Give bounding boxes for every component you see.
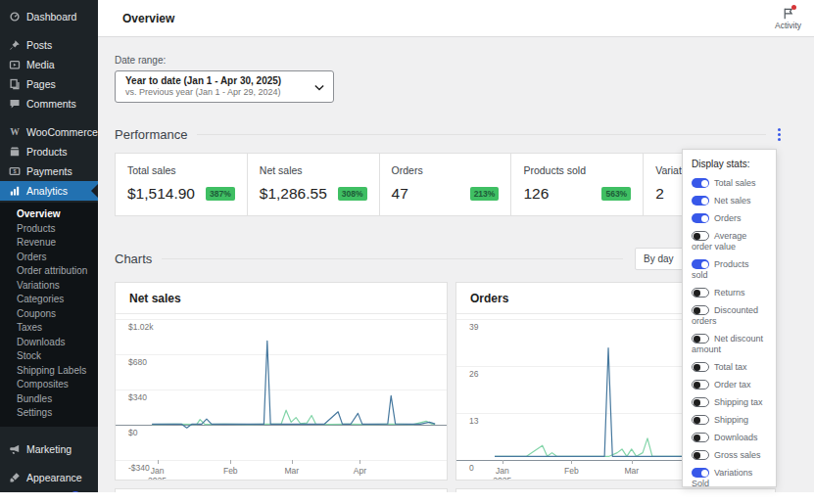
stat-value-row: $1,514.90387% [127,185,235,203]
toggle-average-order-value[interactable]: Average order value [692,231,767,252]
sidebar-item-label: WooCommerce [26,126,98,138]
pages-icon [9,78,21,90]
sidebar-item-pages[interactable]: Pages [0,74,98,94]
sidebar-item-comments[interactable]: Comments [0,94,98,114]
sidebar-subitem-coupons[interactable]: Coupons [0,307,98,322]
toggle-switch[interactable] [692,213,709,223]
toggle-switch[interactable] [692,397,709,407]
chart-line-series [116,319,447,460]
sidebar-item-posts[interactable]: Posts [0,35,98,55]
stat-value-row: $1,286.55308% [260,185,367,203]
sidebar-item-media[interactable]: Media [0,55,98,74]
sidebar-item-woocommerce[interactable]: WWooCommerce [0,122,98,142]
toggle-total-tax[interactable]: Total tax [692,362,767,373]
sidebar-subitem-composites[interactable]: Composites [0,378,98,392]
toggle-switch[interactable] [692,415,709,425]
toggle-switch[interactable] [692,178,709,188]
toggle-products-sold[interactable]: Products sold [692,259,767,281]
stat-card-net-sales[interactable]: Net sales$1,286.55308% [248,154,380,215]
toggle-variations-sold[interactable]: Variations Sold [692,468,767,489]
menu-separator [0,26,98,35]
display-stats-panel: Display stats: Total salesNet salesOrder… [682,149,777,487]
x-axis-month: Mar [624,466,639,476]
toggle-switch[interactable] [692,196,709,206]
x-axis-tick [292,460,293,464]
toggle-switch[interactable] [692,231,709,241]
toggle-switch[interactable] [692,334,709,344]
activity-button[interactable]: Activity [775,7,801,30]
x-axis-label: Mar [284,466,299,476]
stat-value: $1,286.55 [260,185,327,203]
sidebar-subitem-settings[interactable]: Settings [0,406,98,421]
toggle-switch[interactable] [692,305,709,315]
menu-separator [0,431,98,439]
toggle-order-tax[interactable]: Order tax [692,380,767,390]
sidebar-item-dashboard[interactable]: Dashboard [0,7,98,26]
toggle-shipping-tax[interactable]: Shipping tax [692,397,767,408]
sidebar-subitem-revenue[interactable]: Revenue [0,236,98,251]
sidebar-subitem-categories[interactable]: Categories [0,293,98,307]
stat-card-products-sold[interactable]: Products sold126563% [511,154,644,215]
sidebar-item-label: Pages [26,78,56,90]
x-axis-tick [632,460,633,464]
toggle-switch[interactable] [692,380,709,389]
toggle-switch[interactable] [692,288,709,298]
toggle-net-sales[interactable]: Net sales [692,196,767,206]
stat-card-orders[interactable]: Orders47213% [380,154,512,215]
sidebar-item-payments[interactable]: $Payments [0,161,98,181]
sidebar-subitem-shipping-labels[interactable]: Shipping Labels [0,364,98,379]
x-axis-label: Feb [223,466,238,476]
performance-menu-button[interactable] [774,126,785,143]
sidebar-item-label: Payments [26,165,72,177]
date-range-current: Year to date (Jan 1 - Apr 30, 2025) [125,75,308,86]
sidebar-subitem-products[interactable]: Products [0,222,98,237]
sidebar-item-products[interactable]: Products [0,142,98,161]
x-axis-label: Jan2025 [148,466,167,481]
toggle-gross-sales[interactable]: Gross sales [692,450,767,461]
toggle-total-sales[interactable]: Total sales [692,178,767,189]
stat-delta-badge: 308% [338,187,367,201]
toggle-downloads[interactable]: Downloads [692,433,767,443]
toggle-orders[interactable]: Orders [692,213,767,224]
sidebar-subitem-downloads[interactable]: Downloads [0,336,98,350]
x-axis-label: Feb [564,466,579,476]
sidebar-item-marketing[interactable]: Marketing [0,439,98,459]
x-axis-tick [230,460,231,464]
performance-stats-row: Total sales$1,514.90387%Net sales$1,286.… [115,153,776,216]
sidebar-subitem-variations[interactable]: Variations [0,279,98,294]
sidebar-item-appearance[interactable]: Appearance [0,468,98,487]
chart-card-net-sales: Net sales$1.02k$680$340$0-$340Jan2025Feb… [115,282,448,481]
toggle-switch[interactable] [692,468,709,478]
toggle-returns[interactable]: Returns [692,288,767,298]
toggle-discounted-orders[interactable]: Discounted orders [692,305,767,327]
date-range-dropdown[interactable]: Year to date (Jan 1 - Apr 30, 2025) vs. … [115,70,334,103]
sidebar-subitem-bundles[interactable]: Bundles [0,392,98,407]
stat-value-row: 47213% [392,185,500,203]
divider [197,134,766,135]
x-axis-month: Apr [354,466,366,476]
marketing-icon [9,443,21,455]
x-axis-tick [571,460,572,464]
stat-delta-badge: 387% [206,187,235,201]
display-stats-title: Display stats: [692,159,767,169]
sidebar-subitem-order-attribution[interactable]: Order attribution [0,264,98,279]
sidebar-subitem-overview[interactable]: Overview [0,207,98,222]
toggle-switch[interactable] [692,362,709,372]
sidebar-item-analytics[interactable]: Analytics [0,181,98,201]
stat-label: Orders [392,164,500,176]
sidebar-subitem-stock[interactable]: Stock [0,349,98,364]
admin-sidebar: DashboardPostsMediaPagesCommentsWWooComm… [0,0,98,492]
stat-value: 47 [392,185,408,203]
toggle-switch[interactable] [692,433,709,442]
stat-card-total-sales[interactable]: Total sales$1,514.90387% [116,154,248,215]
toggle-net-discount-amount[interactable]: Net discount amount [692,334,767,355]
toggle-switch[interactable] [692,450,709,460]
toggle-switch[interactable] [692,259,709,269]
appearance-icon [9,472,21,483]
sidebar-item-label: Dashboard [26,11,76,23]
woocommerce-icon: W [9,126,21,138]
sidebar-subitem-taxes[interactable]: Taxes [0,321,98,336]
toggle-shipping[interactable]: Shipping [692,415,767,426]
activity-label: Activity [775,21,801,30]
sidebar-subitem-orders[interactable]: Orders [0,251,98,265]
